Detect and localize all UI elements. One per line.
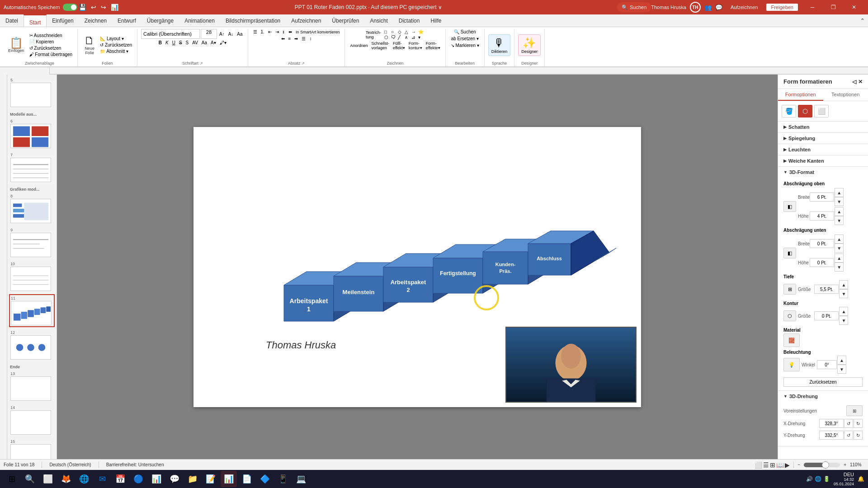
clear-format-btn[interactable]: Aa: [236, 31, 244, 37]
voreinstellungen-btn[interactable]: ⊞: [846, 405, 863, 416]
tiefe-groesse[interactable]: [814, 285, 839, 294]
kontur-down[interactable]: ▼: [839, 316, 848, 325]
breite-oben-up[interactable]: ▲: [835, 188, 844, 197]
reader-view-btn[interactable]: 📖: [776, 461, 784, 469]
hoehe-unten-down[interactable]: ▼: [835, 263, 844, 272]
format-uebertragen-btn[interactable]: 🖌 Format übertragen: [28, 52, 74, 57]
word-icon[interactable]: 📄: [239, 471, 255, 487]
beleuchtung-preset-btn[interactable]: 💡: [783, 358, 800, 371]
list-btn[interactable]: ☰: [252, 29, 259, 35]
y-drehung-left-btn[interactable]: ↺: [844, 431, 853, 440]
anordnen-btn[interactable]: Anordnen: [349, 41, 369, 51]
visio-icon[interactable]: 🔷: [257, 471, 273, 487]
kontur-color-btn[interactable]: ⬡: [783, 310, 796, 321]
beleuchtung-winkel[interactable]: [817, 360, 837, 369]
start-button[interactable]: ⊞: [4, 471, 20, 487]
taskview-btn[interactable]: ⬜: [40, 471, 56, 487]
spacing-btn[interactable]: AV: [191, 40, 199, 46]
text-direction-btn[interactable]: ⬌: [287, 29, 293, 35]
minimize-button[interactable]: ─: [802, 0, 823, 14]
abschraeung-unten-preset[interactable]: ◧: [783, 248, 796, 258]
hoehe-oben-up[interactable]: ▲: [835, 207, 844, 216]
shadow-btn[interactable]: S: [184, 40, 190, 46]
tab-uebergaenge[interactable]: Übergänge: [142, 14, 179, 27]
zoom-in-btn[interactable]: +: [844, 462, 846, 467]
notification-btn[interactable]: 🔔: [858, 476, 864, 482]
designer-btn[interactable]: ✨ Designer: [518, 34, 541, 56]
y-drehung-right-btn[interactable]: ↻: [854, 431, 863, 440]
search-taskbar-btn[interactable]: 🔍: [22, 471, 38, 487]
extra-icon2[interactable]: 💻: [293, 471, 309, 487]
kontur-btn[interactable]: Form-kontur▾: [407, 41, 424, 51]
accessibility-indicator[interactable]: Barrierefreiheit: Untersuchen: [106, 462, 164, 467]
breite-unten-up[interactable]: ▲: [835, 235, 844, 244]
font-color-btn[interactable]: A▾: [209, 40, 217, 46]
increase-font-btn[interactable]: A↑: [218, 31, 226, 37]
tab-start[interactable]: Start: [24, 14, 47, 27]
firefox-icon[interactable]: 🦊: [58, 471, 74, 487]
weiche-kanten-header[interactable]: ▶ Weiche Kanten: [778, 155, 868, 166]
slide-item-10[interactable]: 10: [9, 260, 55, 292]
slide-item-8[interactable]: 8: [9, 192, 55, 225]
undo-icon[interactable]: ↩: [90, 4, 98, 11]
tab-datei[interactable]: Datei: [0, 14, 24, 27]
slide-item-7[interactable]: 7: [9, 151, 55, 183]
neue-folie-btn[interactable]: 🗋 Neue Folie: [81, 33, 98, 57]
slide-item-15[interactable]: 15: [9, 438, 55, 459]
tab-textoptionen[interactable]: Textoptionen: [823, 89, 868, 101]
align-right-btn[interactable]: ➡: [293, 36, 299, 42]
comments-icon[interactable]: 💬: [715, 4, 722, 11]
x-drehung-left-btn[interactable]: ↺: [844, 419, 853, 428]
kontur-groesse[interactable]: [814, 311, 839, 320]
tab-ueberpruefen[interactable]: Überprüfen: [326, 14, 364, 27]
smartart-btn[interactable]: In SmartArt konvertieren: [294, 29, 341, 35]
highlight-btn[interactable]: 🖍▾: [218, 40, 228, 46]
slide-item-14[interactable]: 14: [9, 404, 55, 436]
panel-close-icon[interactable]: ✕: [858, 79, 863, 85]
restore-button[interactable]: ❐: [823, 0, 844, 14]
tab-einfuegen[interactable]: Einfügen: [47, 14, 79, 27]
3d-format-header[interactable]: ▼ 3D-Format: [778, 167, 868, 178]
slide-item-11[interactable]: 11: [9, 294, 55, 327]
font-family-box[interactable]: Calibri (Überschriften): [141, 29, 200, 39]
abschraeung-unten-breite[interactable]: [810, 239, 834, 248]
clock[interactable]: DEU 14:32 05.01.2024: [834, 472, 854, 486]
slide-item-5[interactable]: 5: [9, 76, 55, 108]
hoehe-unten-up[interactable]: ▲: [835, 253, 844, 263]
tray-icon1[interactable]: 🔊: [806, 476, 813, 482]
slide-item-12[interactable]: 12: [9, 329, 55, 361]
3d-drehung-header[interactable]: ▼ 3D-Drehung: [778, 391, 868, 402]
hoehe-oben-down[interactable]: ▼: [835, 216, 844, 225]
slide-item-9[interactable]: 9: [9, 226, 55, 258]
presentation-view-btn[interactable]: ▶: [785, 461, 790, 469]
abschraeung-unten-hoehe[interactable]: [810, 258, 834, 267]
suchen-btn[interactable]: 🔍 Suchen: [453, 29, 477, 35]
panel-effects-icon-btn[interactable]: ⬡: [798, 105, 812, 117]
tab-zeichnen[interactable]: Zeichnen: [79, 14, 112, 27]
zoom-out-btn[interactable]: −: [797, 462, 800, 467]
tray-icon3[interactable]: 🔋: [823, 476, 830, 482]
zoom-slider[interactable]: [804, 463, 840, 467]
chat-icon[interactable]: 💬: [166, 471, 183, 487]
reset-3d-format-btn[interactable]: Zurücksetzen: [783, 377, 863, 387]
tab-aufzeichnen[interactable]: Aufzeichnen: [286, 14, 326, 27]
tab-ansicht[interactable]: Ansicht: [364, 14, 393, 27]
zuruecksetzen-btn[interactable]: ↺ Zurücksetzen: [28, 45, 74, 51]
ersetzen-btn[interactable]: ab Ersetzen ▾: [450, 36, 480, 42]
justify-btn[interactable]: ☰: [300, 36, 307, 42]
tab-entwurf[interactable]: Entwurf: [112, 14, 142, 27]
x-drehung-input[interactable]: [819, 419, 844, 428]
autosave-toggle[interactable]: [63, 4, 77, 11]
share-button[interactable]: Freigeben: [766, 3, 798, 11]
tiefe-up[interactable]: ▲: [839, 280, 848, 289]
tab-formoptionen[interactable]: Formoptionen: [778, 89, 823, 101]
diktieren-btn[interactable]: 🎙 Diktieren: [488, 34, 511, 56]
panel-3d-icon-btn[interactable]: ⬜: [814, 105, 829, 117]
abschnitt-btn[interactable]: 📁 Abschnitt ▾: [99, 48, 133, 54]
tab-hilfe[interactable]: Hilfe: [425, 14, 447, 27]
font-size-box[interactable]: 28: [201, 29, 217, 39]
zuruecksetzen-folie-btn[interactable]: ↺ Zurücksetzen: [99, 42, 133, 48]
tab-animationen[interactable]: Animationen: [179, 14, 220, 27]
zoom-slider-thumb[interactable]: [822, 461, 829, 469]
effekte-btn[interactable]: Form-effekte▾: [425, 41, 442, 51]
